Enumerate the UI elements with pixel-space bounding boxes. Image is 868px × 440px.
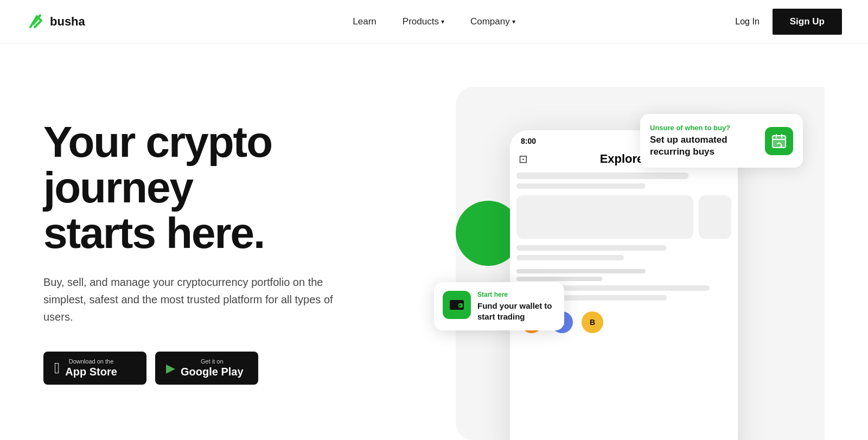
products-chevron-icon: ▾ — [441, 18, 444, 25]
float-recurring-label: Unsure of when to buy? — [650, 124, 758, 132]
bnb-icon: B — [582, 311, 603, 333]
phone-card-2 — [699, 195, 731, 239]
phone-cards-row — [516, 195, 731, 239]
calendar-refresh-icon — [765, 127, 793, 155]
nav-learn[interactable]: Learn — [353, 16, 376, 27]
phone-card-1 — [516, 195, 693, 239]
wallet-icon — [443, 291, 471, 319]
hero-right: 8:00 ▐▐▐ ∿ ▮▮ ⊡ Explore 🔍 — [423, 87, 825, 440]
app-store-button[interactable]:  Download on the App Store — [43, 352, 146, 385]
svg-rect-3 — [773, 136, 786, 148]
skeleton-line-1 — [516, 173, 688, 179]
navbar: busha Learn Products ▾ Company ▾ Log In … — [0, 0, 868, 43]
hero-title: Your crypto journey starts here. — [43, 119, 423, 256]
nav-links: Learn Products ▾ Company ▾ — [353, 16, 515, 27]
company-chevron-icon: ▾ — [512, 18, 515, 25]
google-play-button[interactable]: ▶ Get it on Google Play — [155, 352, 258, 385]
svg-point-2 — [459, 305, 461, 307]
nav-company[interactable]: Company ▾ — [470, 16, 515, 27]
google-play-icon: ▶ — [166, 362, 175, 374]
skeleton-line-2 — [516, 183, 646, 189]
phone-scan-icon: ⊡ — [519, 152, 528, 165]
skeleton-line-3 — [516, 245, 667, 251]
hero-left: Your crypto journey starts here. Buy, se… — [43, 87, 423, 385]
signup-button[interactable]: Sign Up — [773, 9, 842, 35]
float-card-start: Start here Fund your wallet to start tra… — [434, 282, 564, 330]
float-start-label: Start here — [477, 291, 556, 298]
float-recurring-title: Set up automated recurring buys — [650, 134, 758, 158]
hero-subtitle: Buy, sell, and manage your cryptocurrenc… — [43, 273, 347, 326]
nav-actions: Log In Sign Up — [735, 9, 842, 35]
app-buttons:  Download on the App Store ▶ Get it on … — [43, 352, 423, 385]
logo[interactable]: busha — [26, 12, 85, 31]
login-button[interactable]: Log In — [735, 17, 759, 27]
logo-text: busha — [50, 15, 85, 29]
skeleton-line-4 — [516, 255, 624, 260]
phone-time: 8:00 — [521, 137, 536, 145]
busha-logo-icon — [26, 12, 46, 31]
hero-section: Your crypto journey starts here. Buy, se… — [0, 43, 868, 440]
apple-icon:  — [54, 361, 60, 376]
float-card-recurring: Unsure of when to buy? Set up automated … — [640, 114, 803, 168]
nav-products[interactable]: Products ▾ — [403, 16, 444, 27]
float-start-title: Fund your wallet to start trading — [477, 301, 556, 322]
